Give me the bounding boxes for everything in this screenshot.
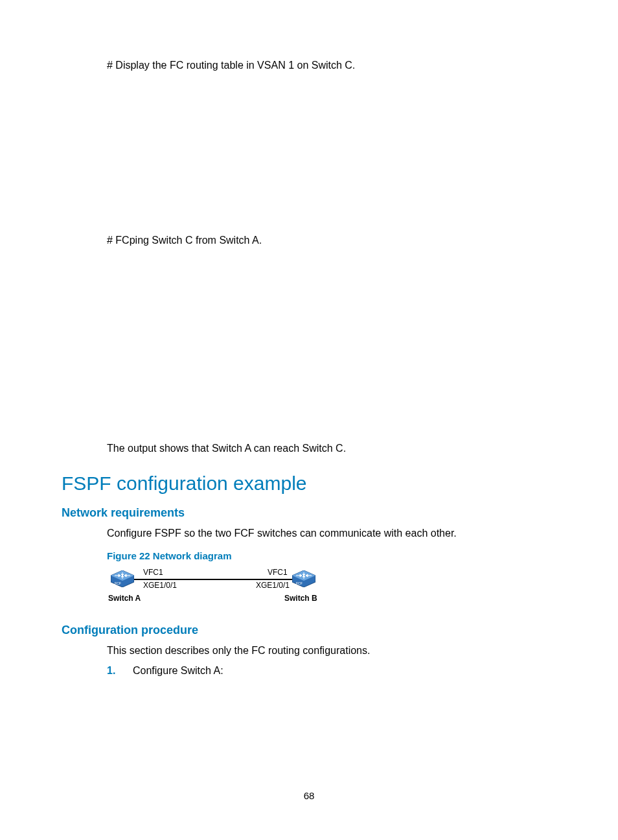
svg-text:FCF: FCF [115,581,121,585]
heading-configuration-procedure: Configuration procedure [62,624,556,637]
figure-block: Figure 22 Network diagram FCF [107,550,556,605]
diagram-label-switch-b: Switch B [284,594,317,603]
switch-icon: FCF [111,570,134,587]
section-configuration-procedure: Configuration procedure This section des… [62,624,556,679]
figure-caption: Figure 22 Network diagram [107,550,556,561]
procedure-step: Configure Switch A: [107,663,556,679]
paragraph-output: The output shows that Switch A can reach… [107,441,556,456]
page: # Display the FC routing table in VSAN 1… [0,0,618,840]
diagram-label-vfc-left: VFC1 [143,568,163,577]
page-number: 68 [0,790,618,801]
paragraph-display-routing: # Display the FC routing table in VSAN 1… [107,58,556,73]
switch-icon: FCF [292,570,315,587]
svg-text:FCF: FCF [296,581,303,585]
link-line [134,579,292,580]
paragraph-network-req: Configure FSPF so the two FCF switches c… [107,526,556,541]
paragraph-proc-intro: This section describes only the FC routi… [107,644,556,658]
network-diagram: FCF FCF VFC1 XGE1/0/1 VFC1 XGE1/0/1 Swit [107,566,325,605]
heading-fspf-example: FSPF configuration example [62,472,556,495]
procedure-list: Configure Switch A: [107,663,556,679]
blank-space [62,248,556,441]
heading-network-requirements: Network requirements [62,506,556,520]
blank-space [62,73,556,233]
diagram-label-vfc-right: VFC1 [268,568,288,577]
diagram-label-xge-left: XGE1/0/1 [143,581,177,590]
paragraph-fcping: # FCping Switch C from Switch A. [107,233,556,248]
diagram-label-switch-a: Switch A [108,594,141,603]
diagram-label-xge-right: XGE1/0/1 [256,581,290,590]
section-network-requirements: Network requirements Configure FSPF so t… [62,506,556,605]
